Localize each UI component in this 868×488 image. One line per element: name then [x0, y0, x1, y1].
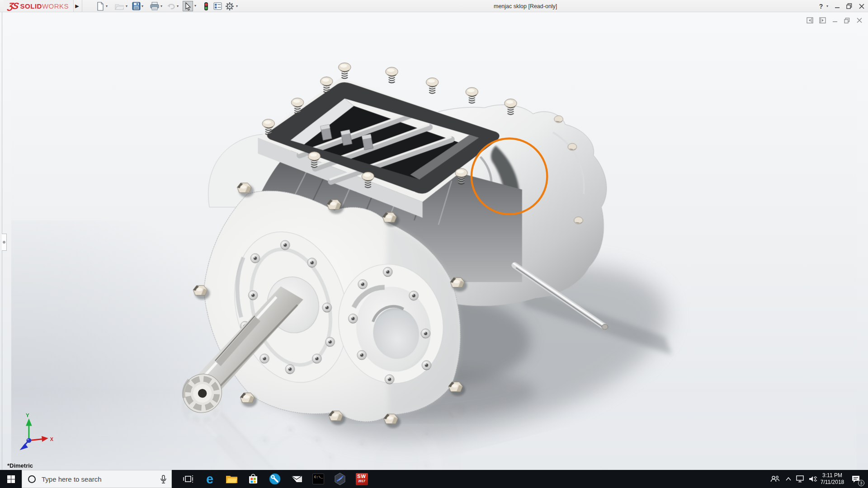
restore-button[interactable]: [844, 2, 854, 10]
doc-close-icon: [857, 18, 862, 23]
file-explorer-icon: [226, 474, 238, 484]
doc-restore-icon: [844, 18, 850, 23]
doc-minimize-button[interactable]: [830, 16, 840, 25]
save-dropdown-caret[interactable]: ▾: [142, 4, 143, 8]
tray-expand-button[interactable]: [783, 470, 794, 488]
search-placeholder: Type here to search: [42, 475, 102, 483]
windows-logo-icon: [7, 475, 15, 483]
network-icon: [796, 475, 805, 483]
chevron-up-icon: [786, 477, 791, 481]
wrench-circle-icon: [269, 473, 281, 485]
open-dropdown-caret[interactable]: ▾: [126, 4, 127, 8]
pane-left-icon: [807, 17, 813, 23]
open-button[interactable]: [114, 1, 124, 11]
solidworks-window: ƷS SOLID WORKS ▶ ▾ ▾ ▾ ▾ ▾ ▾: [0, 0, 868, 488]
microphone-icon[interactable]: [160, 475, 167, 484]
traffic-light-button[interactable]: [201, 1, 211, 11]
task-view-icon: [183, 474, 193, 484]
save-button[interactable]: [131, 1, 142, 11]
undo-button[interactable]: [166, 1, 176, 11]
graphics-viewport[interactable]: Y X *Dimetric: [0, 12, 868, 470]
close-icon: [859, 4, 864, 9]
windows-taskbar: Type here to search e C:\_ SW: [0, 470, 868, 488]
file-explorer-button[interactable]: [221, 470, 242, 488]
title-bar: ƷS SOLID WORKS ▶ ▾ ▾ ▾ ▾ ▾ ▾: [0, 0, 868, 12]
volume-icon: [809, 475, 817, 483]
solidworks-2017-icon: SW 2017: [356, 473, 368, 485]
doc-minimize-icon: [832, 18, 838, 23]
view-orientation-label: *Dimetric: [7, 462, 33, 469]
doc-restore-button[interactable]: [842, 16, 852, 25]
hexagon-app-icon: [334, 473, 346, 485]
pane-right-icon: [819, 17, 826, 23]
store-button[interactable]: [242, 470, 264, 488]
gear-icon: [225, 2, 234, 11]
tray-date: 7/11/2018: [816, 479, 848, 486]
ds-logo-mark: ƷS: [7, 1, 19, 11]
list-report-button[interactable]: [212, 1, 223, 11]
cortana-icon: [28, 475, 36, 483]
model-canvas: Y X: [0, 12, 868, 470]
edge-icon: e: [206, 473, 213, 485]
new-document-button[interactable]: [95, 1, 105, 11]
people-button[interactable]: [769, 470, 781, 488]
help-button[interactable]: ?: [816, 2, 826, 10]
solidworks-taskbar-button[interactable]: SW 2017: [351, 470, 373, 488]
triad-x-label: X: [50, 436, 54, 442]
task-view-button[interactable]: [177, 470, 199, 488]
people-icon: [770, 475, 779, 483]
command-prompt-button[interactable]: C:\_: [307, 470, 329, 488]
pane-right-button[interactable]: [817, 16, 827, 25]
edge-button[interactable]: e: [199, 470, 221, 488]
pane-left-button[interactable]: [805, 16, 815, 25]
restore-icon: [846, 3, 852, 9]
minimize-button[interactable]: [832, 2, 843, 10]
select-cursor-icon: [186, 3, 190, 10]
solidworks-logo: ƷS SOLID WORKS: [4, 0, 74, 12]
select-tool-button[interactable]: [183, 1, 193, 11]
select-dropdown-caret[interactable]: ▾: [194, 4, 196, 8]
mail-button[interactable]: [286, 470, 307, 488]
mail-icon: [291, 474, 302, 483]
tray-clock[interactable]: 3:11 PM 7/11/2018: [816, 472, 848, 486]
command-prompt-icon: C:\_: [312, 474, 324, 484]
triad-y-label: Y: [26, 412, 29, 418]
close-button[interactable]: [856, 2, 867, 10]
help-dropdown-caret[interactable]: ▾: [826, 4, 828, 8]
minimize-icon: [835, 4, 840, 9]
document-title: menjac sklop [Read-only]: [494, 3, 557, 9]
network-button[interactable]: [794, 470, 807, 488]
taskbar-search[interactable]: Type here to search: [22, 470, 172, 488]
store-icon: [248, 474, 259, 484]
print-button[interactable]: [149, 1, 160, 11]
feature-panel-handle[interactable]: [2, 234, 7, 251]
panel-handle-dot: [3, 241, 5, 244]
notification-badge: 3: [858, 480, 864, 486]
toolbar-flyout-arrow-icon[interactable]: ▶: [72, 0, 82, 12]
options-button[interactable]: [224, 1, 235, 11]
print-dropdown-caret[interactable]: ▾: [160, 4, 162, 8]
wrench-tool-button[interactable]: [264, 470, 286, 488]
options-dropdown-caret[interactable]: ▾: [236, 4, 238, 8]
doc-close-button[interactable]: [854, 16, 864, 25]
brand-solid: SOLID: [20, 2, 42, 10]
new-dropdown-caret[interactable]: ▾: [106, 4, 108, 8]
list-report-icon: [214, 3, 222, 9]
brand-works: WORKS: [42, 2, 69, 10]
hexagon-app-button[interactable]: [329, 470, 351, 488]
undo-dropdown-caret[interactable]: ▾: [177, 4, 179, 8]
start-button[interactable]: [0, 470, 22, 488]
tray-time: 3:11 PM: [816, 472, 848, 479]
